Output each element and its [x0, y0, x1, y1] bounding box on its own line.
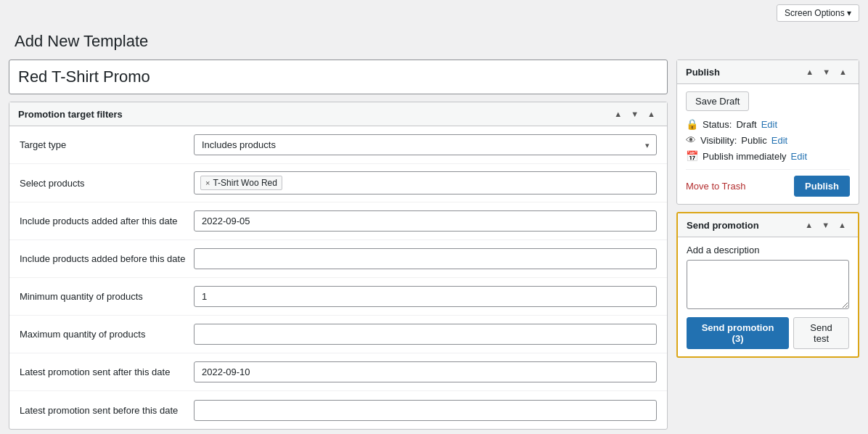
filters-panel-body: Target type Includes products Excludes p…: [9, 126, 667, 429]
tag-tshirt-woo-red: × T-Shirt Woo Red: [200, 176, 282, 190]
input-sent-before[interactable]: [194, 400, 657, 421]
save-draft-button[interactable]: Save Draft: [686, 91, 749, 111]
label-sent-before: Latest promotion sent before this date: [20, 405, 194, 416]
page-title: Add New Template: [0, 26, 868, 60]
meta-status-line: 🔒 Status: Draft Edit: [686, 118, 850, 130]
tag-input-container[interactable]: × T-Shirt Woo Red: [194, 171, 657, 195]
filters-panel-title: Promotion target filters: [18, 109, 611, 120]
lock-icon: 🔒: [686, 118, 698, 130]
field-min-qty: [194, 286, 657, 307]
form-row-target-type: Target type Includes products Excludes p…: [9, 126, 667, 164]
publish-panel-title: Publish: [686, 67, 803, 78]
field-target-type: Includes products Excludes products ▾: [194, 134, 657, 155]
label-max-qty: Maximum quantity of products: [20, 329, 194, 340]
visibility-value: Public: [741, 135, 766, 146]
field-sent-after: [194, 361, 657, 382]
input-min-qty[interactable]: [194, 286, 657, 307]
publish-collapse-down[interactable]: ▼: [819, 66, 833, 78]
send-promo-collapse-up[interactable]: ▲: [802, 219, 816, 231]
publish-panel-controls: ▲ ▼ ▲: [803, 66, 850, 78]
publish-panel-header: Publish ▲ ▼ ▲: [677, 60, 859, 84]
send-promotion-header: Send promotion ▲ ▼ ▲: [678, 213, 858, 237]
publish-meta: 🔒 Status: Draft Edit 👁 Visibility: Publi…: [686, 118, 850, 162]
publish-panel: Publish ▲ ▼ ▲ Save Draft 🔒 Status: Draft…: [676, 60, 859, 205]
select-target-type[interactable]: Includes products Excludes products: [194, 134, 657, 155]
input-sent-after[interactable]: [194, 361, 657, 382]
send-promotion-body: Add a description Send promotion (3) Sen…: [678, 237, 858, 356]
send-promotion-title: Send promotion: [687, 220, 802, 231]
tag-label: T-Shirt Woo Red: [213, 178, 277, 188]
panel-collapse-down[interactable]: ▼: [628, 108, 642, 120]
publish-time-label: Publish immediately: [703, 151, 787, 162]
tag-remove-icon[interactable]: ×: [205, 179, 210, 187]
publish-button[interactable]: Publish: [794, 176, 850, 197]
left-column: Promotion target filters ▲ ▼ ▲ Target ty…: [9, 60, 668, 430]
field-max-qty: [194, 324, 657, 345]
form-row-min-qty: Minimum quantity of products: [9, 278, 667, 316]
panel-close[interactable]: ▲: [644, 108, 658, 120]
publish-collapse-up[interactable]: ▲: [803, 66, 816, 78]
field-include-after: [194, 210, 657, 232]
send-promo-collapse-down[interactable]: ▼: [819, 219, 832, 231]
status-label: Status:: [703, 119, 732, 130]
calendar-icon: 📅: [686, 150, 698, 162]
description-textarea[interactable]: [687, 260, 849, 309]
eye-icon: 👁: [686, 134, 696, 146]
description-label: Add a description: [687, 245, 849, 255]
publish-footer: Move to Trash Publish: [686, 169, 850, 197]
label-include-before: Include products added before this date: [20, 253, 194, 264]
publish-time-edit-link[interactable]: Edit: [791, 151, 807, 162]
field-select-products: × T-Shirt Woo Red: [194, 171, 657, 195]
send-test-button[interactable]: Send test: [793, 317, 849, 349]
send-promo-close[interactable]: ▲: [835, 219, 849, 231]
publish-panel-body: Save Draft 🔒 Status: Draft Edit 👁 Visibi…: [677, 84, 859, 204]
form-row-select-products: Select products × T-Shirt Woo Red: [9, 164, 667, 202]
meta-time-line: 📅 Publish immediately Edit: [686, 150, 850, 162]
move-to-trash-link[interactable]: Move to Trash: [686, 181, 745, 192]
label-min-qty: Minimum quantity of products: [20, 291, 194, 302]
label-select-products: Select products: [20, 178, 194, 189]
publish-close[interactable]: ▲: [836, 66, 850, 78]
status-edit-link[interactable]: Edit: [761, 119, 777, 130]
filters-panel: Promotion target filters ▲ ▼ ▲ Target ty…: [9, 102, 668, 430]
visibility-label: Visibility:: [700, 135, 737, 146]
panel-collapse-up[interactable]: ▲: [611, 108, 625, 120]
status-value: Draft: [736, 119, 756, 130]
form-row-max-qty: Maximum quantity of products: [9, 316, 667, 353]
input-include-after[interactable]: [194, 210, 657, 232]
send-promo-controls: ▲ ▼ ▲: [802, 219, 849, 231]
filters-panel-header: Promotion target filters ▲ ▼ ▲: [9, 102, 667, 126]
send-buttons: Send promotion (3) Send test: [687, 317, 849, 349]
input-include-before[interactable]: [194, 248, 657, 269]
send-promotion-button[interactable]: Send promotion (3): [687, 317, 789, 349]
visibility-edit-link[interactable]: Edit: [771, 135, 787, 146]
select-wrapper-target-type: Includes products Excludes products ▾: [194, 134, 657, 155]
label-include-after: Include products added after this date: [20, 216, 194, 226]
label-target-type: Target type: [20, 139, 194, 150]
template-title-input[interactable]: [9, 60, 668, 94]
label-sent-after: Latest promotion sent after this date: [20, 367, 194, 377]
panel-controls: ▲ ▼ ▲: [611, 108, 658, 120]
meta-visibility-line: 👁 Visibility: Public Edit: [686, 134, 850, 146]
screen-options-button[interactable]: Screen Options ▾: [777, 4, 859, 22]
input-max-qty[interactable]: [194, 324, 657, 345]
field-sent-before: [194, 400, 657, 421]
field-include-before: [194, 248, 657, 269]
send-promotion-panel: Send promotion ▲ ▼ ▲ Add a description S…: [676, 212, 859, 358]
form-row-include-after: Include products added after this date: [9, 202, 667, 240]
right-column: Publish ▲ ▼ ▲ Save Draft 🔒 Status: Draft…: [676, 60, 859, 358]
form-row-sent-before: Latest promotion sent before this date: [9, 391, 667, 429]
form-row-sent-after: Latest promotion sent after this date: [9, 353, 667, 391]
form-row-include-before: Include products added before this date: [9, 240, 667, 278]
